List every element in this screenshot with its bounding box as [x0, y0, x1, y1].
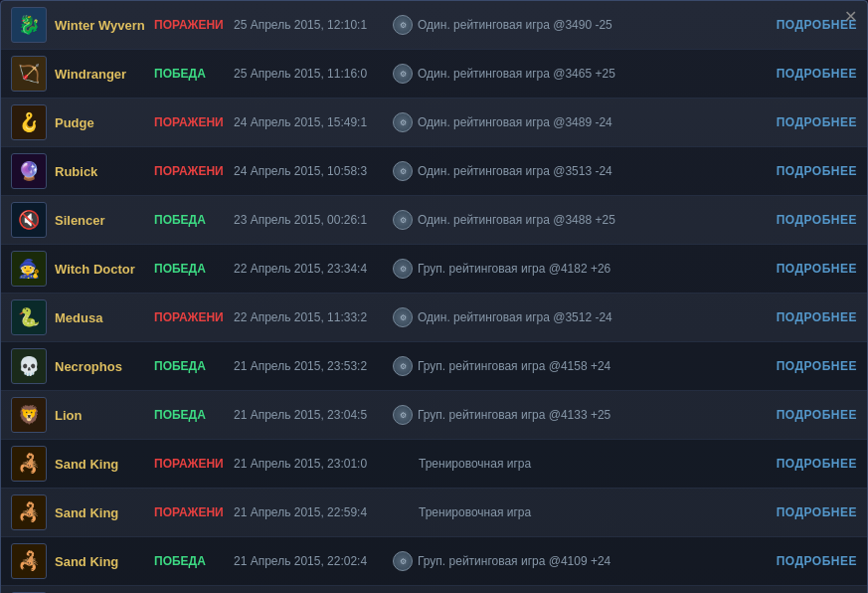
table-row: 🐍MedusaПОРАЖЕНИ22 Апрель 2015, 11:33:2⚙О…: [1, 294, 867, 342]
match-date: 21 Апрель 2015, 22:59:4: [234, 505, 393, 519]
hero-name: Sand King: [55, 457, 154, 472]
hero-icon: 🔮: [11, 153, 47, 189]
game-info: Один. рейтинговая игра @3512 -24: [418, 310, 767, 324]
game-info: Тренировочная игра: [419, 505, 767, 519]
match-date: 24 Апрель 2015, 15:49:1: [234, 115, 393, 129]
details-button[interactable]: ПОДРОБНЕЕ: [777, 115, 857, 129]
details-button[interactable]: ПОДРОБНЕЕ: [777, 213, 857, 227]
table-row: 🪝PudgeПОРАЖЕНИ24 Апрель 2015, 15:49:1⚙Од…: [1, 99, 867, 147]
close-button[interactable]: ✕: [844, 7, 857, 26]
details-button[interactable]: ПОДРОБНЕЕ: [777, 359, 857, 373]
match-list: 🐉Winter WyvernПОРАЖЕНИ25 Апрель 2015, 12…: [1, 1, 867, 593]
game-info: Груп. рейтинговая игра @4109 +24: [418, 554, 767, 568]
match-result: ПОБЕДА: [154, 408, 234, 422]
hero-name: Lion: [55, 408, 154, 423]
match-result: ПОРАЖЕНИ: [154, 115, 234, 129]
match-result: ПОБЕДА: [154, 554, 234, 568]
table-row: 🔇SilencerПОБЕДА23 Апрель 2015, 00:26:1⚙О…: [1, 196, 867, 245]
details-button[interactable]: ПОДРОБНЕЕ: [777, 457, 857, 471]
mmr-icon: ⚙: [393, 161, 413, 181]
match-result: ПОРАЖЕНИ: [154, 310, 234, 324]
hero-name: Witch Doctor: [55, 262, 154, 277]
table-row: 💀NecrophosПОБЕДА21 Апрель 2015, 23:53:2⚙…: [1, 342, 867, 391]
hero-name: Necrophos: [55, 359, 154, 374]
mmr-icon: ⚙: [393, 356, 413, 376]
mmr-icon: ⚙: [393, 259, 413, 279]
match-result: ПОБЕДА: [154, 359, 234, 373]
details-button[interactable]: ПОДРОБНЕЕ: [777, 408, 857, 422]
hero-name: Rubick: [55, 164, 154, 179]
details-button[interactable]: ПОДРОБНЕЕ: [777, 554, 857, 568]
table-row: 🐉Winter WyvernПОРАЖЕНИ25 Апрель 2015, 12…: [1, 1, 867, 50]
hero-icon: 🦂: [11, 543, 47, 579]
hero-icon: 🪝: [11, 104, 47, 140]
table-row: 🐉Winter WyvernПОБЕДА21 Апрель 2015, 21:0…: [1, 586, 867, 593]
match-date: 22 Апрель 2015, 23:34:4: [234, 262, 393, 276]
game-info: Один. рейтинговая игра @3490 -25: [418, 18, 767, 32]
hero-name: Medusa: [55, 310, 154, 325]
hero-icon: 🦂: [11, 446, 47, 482]
mmr-icon: ⚙: [393, 551, 413, 571]
details-button[interactable]: ПОДРОБНЕЕ: [777, 505, 857, 519]
game-info: Груп. рейтинговая игра @4133 +25: [418, 408, 767, 422]
match-date: 21 Апрель 2015, 23:53:2: [234, 359, 393, 373]
match-result: ПОБЕДА: [154, 262, 234, 276]
game-info: Один. рейтинговая игра @3513 -24: [418, 164, 767, 178]
match-history-panel: ✕ 🐉Winter WyvernПОРАЖЕНИ25 Апрель 2015, …: [0, 0, 868, 593]
table-row: 🧙Witch DoctorПОБЕДА22 Апрель 2015, 23:34…: [1, 245, 867, 294]
match-date: 25 Апрель 2015, 12:10:1: [234, 18, 393, 32]
table-row: 🦁LionПОБЕДА21 Апрель 2015, 23:04:5⚙Груп.…: [1, 391, 867, 440]
game-info: Один. рейтинговая игра @3489 -24: [418, 115, 767, 129]
table-row: 🦂Sand KingПОБЕДА21 Апрель 2015, 22:02:4⚙…: [1, 537, 867, 586]
match-result: ПОБЕДА: [154, 67, 234, 81]
match-result: ПОРАЖЕНИ: [154, 505, 234, 519]
hero-icon: 🐍: [11, 299, 47, 335]
mmr-icon: ⚙: [393, 307, 413, 327]
match-result: ПОРАЖЕНИ: [154, 164, 234, 178]
hero-name: Winter Wyvern: [55, 18, 154, 33]
hero-icon: 🦂: [11, 494, 47, 530]
mmr-icon: ⚙: [393, 210, 413, 230]
match-date: 21 Апрель 2015, 23:04:5: [234, 408, 393, 422]
match-result: ПОРАЖЕНИ: [154, 457, 234, 471]
game-info: Груп. рейтинговая игра @4182 +26: [418, 262, 767, 276]
mmr-icon: ⚙: [393, 405, 413, 425]
hero-name: Sand King: [55, 505, 154, 520]
match-result: ПОБЕДА: [154, 213, 234, 227]
mmr-icon: ⚙: [393, 112, 413, 132]
game-info: Один. рейтинговая игра @3488 +25: [418, 213, 767, 227]
game-info: Груп. рейтинговая игра @4158 +24: [418, 359, 767, 373]
table-row: 🏹WindrangerПОБЕДА25 Апрель 2015, 11:16:0…: [1, 50, 867, 99]
game-info: Один. рейтинговая игра @3465 +25: [418, 67, 767, 81]
match-date: 21 Апрель 2015, 22:02:4: [234, 554, 393, 568]
table-row: 🦂Sand KingПОРАЖЕНИ21 Апрель 2015, 22:59:…: [1, 489, 867, 537]
hero-icon: 🐉: [11, 7, 47, 43]
details-button[interactable]: ПОДРОБНЕЕ: [777, 67, 857, 81]
hero-name: Silencer: [55, 213, 154, 228]
hero-icon: 🔇: [11, 202, 47, 238]
game-info: Тренировочная игра: [419, 457, 767, 471]
match-result: ПОРАЖЕНИ: [154, 18, 234, 32]
match-date: 21 Апрель 2015, 23:01:0: [234, 457, 393, 471]
table-row: 🦂Sand KingПОРАЖЕНИ21 Апрель 2015, 23:01:…: [1, 440, 867, 489]
match-date: 25 Апрель 2015, 11:16:0: [234, 67, 393, 81]
match-date: 23 Апрель 2015, 00:26:1: [234, 213, 393, 227]
hero-icon: 🧙: [11, 251, 47, 287]
match-date: 24 Апрель 2015, 10:58:3: [234, 164, 393, 178]
mmr-icon: ⚙: [393, 64, 413, 84]
table-row: 🔮RubickПОРАЖЕНИ24 Апрель 2015, 10:58:3⚙О…: [1, 147, 867, 196]
hero-name: Windranger: [55, 67, 154, 82]
match-date: 22 Апрель 2015, 11:33:2: [234, 310, 393, 324]
hero-icon: 🦁: [11, 397, 47, 433]
mmr-icon: ⚙: [393, 15, 413, 35]
details-button[interactable]: ПОДРОБНЕЕ: [777, 164, 857, 178]
details-button[interactable]: ПОДРОБНЕЕ: [777, 262, 857, 276]
hero-icon: 🏹: [11, 56, 47, 92]
hero-icon: 💀: [11, 348, 47, 384]
hero-name: Sand King: [55, 554, 154, 569]
details-button[interactable]: ПОДРОБНЕЕ: [777, 310, 857, 324]
hero-name: Pudge: [55, 115, 154, 130]
